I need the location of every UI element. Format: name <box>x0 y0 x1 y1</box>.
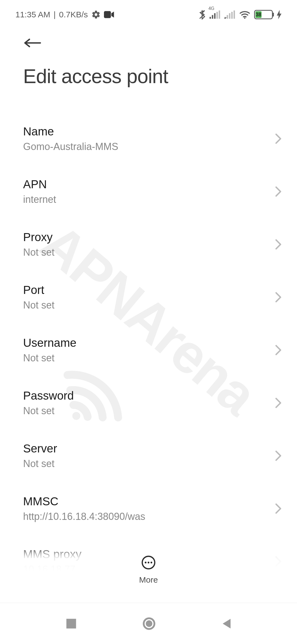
svg-point-15 <box>148 562 149 563</box>
setting-item-port[interactable]: Port Not set <box>23 271 282 324</box>
setting-label: Port <box>23 283 270 297</box>
setting-item-proxy[interactable]: Proxy Not set <box>23 218 282 271</box>
setting-value: Not set <box>23 458 270 470</box>
svg-rect-8 <box>227 15 228 19</box>
setting-item-server[interactable]: Server Not set <box>23 429 282 482</box>
chevron-right-icon <box>275 345 282 356</box>
more-button[interactable] <box>141 555 156 571</box>
setting-item-apn[interactable]: APN internet <box>23 165 282 218</box>
status-left: 11:35 AM | 0.7KB/s <box>15 10 114 19</box>
setting-value: Gomo-Australia-MMS <box>23 141 270 152</box>
svg-rect-17 <box>67 619 76 628</box>
settings-list: Name Gomo-Australia-MMS APN internet Pro… <box>0 90 297 588</box>
chevron-right-icon <box>275 503 282 514</box>
svg-point-19 <box>146 620 152 627</box>
status-time: 11:35 AM <box>15 10 50 19</box>
svg-rect-2 <box>210 17 211 19</box>
setting-item-mmsc[interactable]: MMSC http://10.16.18.4:38090/was <box>23 482 282 535</box>
setting-label: Proxy <box>23 231 270 244</box>
charging-icon <box>277 10 282 19</box>
svg-rect-3 <box>212 15 213 19</box>
chevron-right-icon <box>275 186 282 197</box>
setting-value: Not set <box>23 352 270 364</box>
svg-point-12 <box>244 17 246 19</box>
nav-bar <box>0 603 297 644</box>
chevron-right-icon <box>275 133 282 144</box>
status-right: 4G 38 <box>199 10 282 20</box>
page-title: Edit access point <box>23 65 282 88</box>
svg-rect-5 <box>216 12 218 19</box>
setting-value: Not set <box>23 247 270 258</box>
more-label: More <box>139 575 158 585</box>
gear-icon <box>91 10 101 19</box>
svg-rect-6 <box>219 10 220 19</box>
signal-nosim-icon <box>224 10 235 19</box>
status-netspeed: 0.7KB/s <box>59 10 88 19</box>
svg-rect-10 <box>231 12 233 19</box>
svg-rect-9 <box>229 13 230 19</box>
setting-value: Not set <box>23 299 270 311</box>
wifi-icon <box>239 10 250 19</box>
status-bar: 11:35 AM | 0.7KB/s 4G 38 <box>0 0 297 26</box>
setting-label: Password <box>23 389 270 402</box>
setting-label: Server <box>23 442 270 455</box>
nav-back-button[interactable] <box>221 618 232 630</box>
setting-label: MMSC <box>23 495 270 508</box>
back-button[interactable] <box>23 37 282 48</box>
setting-value: Not set <box>23 405 270 417</box>
svg-rect-1 <box>104 11 111 18</box>
chevron-right-icon <box>275 450 282 461</box>
setting-item-username[interactable]: Username Not set <box>23 324 282 376</box>
svg-rect-11 <box>233 10 235 19</box>
svg-rect-4 <box>214 13 216 19</box>
nav-recent-button[interactable] <box>65 618 77 630</box>
setting-item-password[interactable]: Password Not set <box>23 376 282 429</box>
nav-home-button[interactable] <box>142 616 156 631</box>
bottom-actions: More <box>0 544 297 590</box>
chevron-right-icon <box>275 397 282 408</box>
setting-value: internet <box>23 194 270 205</box>
setting-label: APN <box>23 178 270 191</box>
setting-label: Name <box>23 125 270 138</box>
svg-point-14 <box>145 562 146 563</box>
header: Edit access point <box>0 26 297 90</box>
bluetooth-icon <box>199 10 206 20</box>
signal-4g-icon: 4G <box>210 10 221 19</box>
chevron-right-icon <box>275 292 282 303</box>
setting-label: Username <box>23 336 270 350</box>
battery-icon: 38 <box>254 10 273 19</box>
status-separator: | <box>54 10 56 19</box>
setting-item-name[interactable]: Name Gomo-Australia-MMS <box>23 112 282 165</box>
svg-point-16 <box>150 562 152 563</box>
chevron-right-icon <box>275 239 282 250</box>
setting-value: http://10.16.18.4:38090/was <box>23 511 270 522</box>
camera-icon <box>104 11 114 18</box>
